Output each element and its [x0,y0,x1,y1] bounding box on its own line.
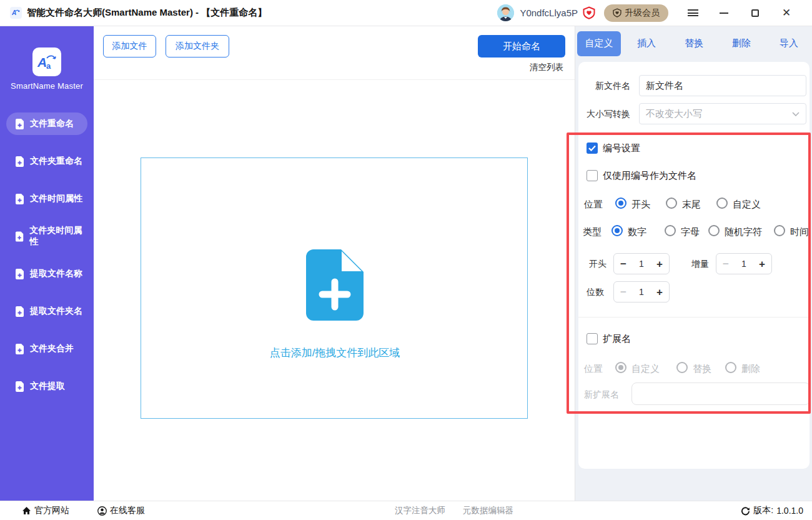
extension-position-label: 位置 [584,363,603,375]
case-convert-value: 不改变大小写 [646,108,702,120]
user-avatar[interactable] [497,4,514,21]
file-plus-icon [15,344,24,354]
extension-label: 扩展名 [603,333,631,345]
decrease-button: − [620,287,626,298]
official-site-link[interactable]: 官方网站 [22,505,69,516]
sidebar-item-extract-foldername[interactable]: 提取文件夹名 [6,300,87,322]
position-custom-radio[interactable] [716,198,728,209]
version-value: 1.0.1.0 [776,506,803,516]
online-support-label: 在线客服 [110,505,145,516]
check-icon [588,145,596,151]
sidebar-item-label: 提取文件夹名 [30,306,82,317]
close-button[interactable]: ✕ [771,0,802,26]
upgrade-vip-label: 升级会员 [625,8,660,19]
svg-text:A: A [12,9,16,16]
start-number-stepper: − 1 + [613,253,670,274]
type-time-radio[interactable] [774,225,785,236]
ext-replace-label: 替换 [693,363,711,375]
version-info: 版本: 1.0.1.0 [741,505,803,516]
add-files-button[interactable]: 添加文件 [103,35,156,58]
window-title: 智能文件命名大师(SmartName Master) - 【文件重命名】 [27,7,267,19]
file-dropzone[interactable]: 点击添加/拖拽文件到此区域 [141,158,528,419]
tab-import[interactable]: 导入 [765,26,812,61]
sidebar-item-file-time[interactable]: 文件时间属性 [6,188,87,210]
file-plus-icon [15,119,24,129]
position-start-radio[interactable] [615,198,626,209]
number-type-label: 类型 [583,226,602,238]
support-person-icon [97,506,107,516]
clear-list-button[interactable]: 清空列表 [530,62,563,73]
start-rename-button[interactable]: 开始命名 [478,35,565,58]
refresh-icon[interactable] [741,506,750,516]
brand-name: SmartName Master [0,81,94,91]
decrease-button[interactable]: − [620,259,626,269]
case-convert-select[interactable]: 不改变大小写 [639,103,806,124]
start-number-label: 开头 [589,259,607,270]
title-bar: A 智能文件命名大师(SmartName Master) - 【文件重命名】 Y… [0,0,812,26]
position-custom-label: 自定义 [733,199,761,211]
footer-bar: 官方网站 在线客服 汉字注音大师 元数据编辑器 版本: 1.0.1.0 [0,501,812,520]
extension-checkbox[interactable] [587,333,598,344]
only-number-checkbox[interactable] [587,170,598,181]
upgrade-vip-button[interactable]: 升级会员 [604,4,668,22]
increase-button[interactable]: + [759,259,765,269]
version-label: 版本: [753,505,773,516]
new-name-input[interactable] [639,75,806,96]
file-plus-icon [15,231,24,242]
panel-tabs: 自定义 插入 替换 删除 导入 [575,26,812,61]
decrease-button: − [723,259,729,269]
ext-replace-radio [676,362,688,373]
numbering-label: 编号设置 [603,142,640,154]
position-end-radio[interactable] [666,198,677,209]
pinyin-master-link[interactable]: 汉字注音大师 [395,505,445,516]
section-divider [578,317,810,318]
online-support-link[interactable]: 在线客服 [97,505,145,516]
sidebar-item-extract-filename[interactable]: 提取文件名称 [6,262,87,285]
sidebar-item-folder-rename[interactable]: 文件夹重命名 [6,150,87,172]
new-extension-input [631,382,810,405]
sidebar-item-label: 文件时间属性 [30,193,82,204]
sidebar-item-file-extract[interactable]: 文件提取 [6,375,87,398]
type-random-label: 随机字符 [725,226,762,238]
start-number-value[interactable]: 1 [639,259,644,269]
increment-value[interactable]: 1 [741,259,746,269]
increment-stepper: − 1 + [716,253,772,274]
menu-button[interactable] [677,0,708,26]
tab-custom[interactable]: 自定义 [575,26,623,61]
sidebar-item-label: 文件夹合并 [30,343,74,354]
position-start-label: 开头 [631,199,650,211]
digits-stepper: − 1 + [613,281,670,302]
file-plus-icon [15,194,24,204]
dropzone-hint: 点击添加/拖拽文件到此区域 [141,346,528,360]
numbering-checkbox[interactable] [587,142,598,154]
home-icon [22,506,31,515]
metadata-editor-link[interactable]: 元数据编辑器 [463,505,513,516]
type-number-label: 数字 [628,226,646,238]
official-site-label: 官方网站 [34,505,69,516]
type-letter-radio[interactable] [665,225,676,236]
increase-button[interactable]: + [656,259,663,269]
type-random-radio[interactable] [708,225,720,236]
minimize-button[interactable] [708,0,740,26]
file-plus-icon [15,269,24,279]
tab-insert[interactable]: 插入 [623,26,670,61]
increase-button[interactable]: + [656,287,663,298]
sidebar-item-folder-merge[interactable]: 文件夹合并 [6,338,87,360]
username: Y0ndfcLlya5P [520,8,578,18]
sidebar-item-file-rename[interactable]: 文件重命名 [6,112,87,135]
type-number-radio[interactable] [611,225,623,236]
digits-label: 位数 [587,287,604,298]
digits-value[interactable]: 1 [639,287,644,297]
tab-replace[interactable]: 替换 [670,26,718,61]
ext-custom-radio [615,362,626,373]
toolbar-divider [94,79,575,80]
increment-label: 增量 [691,259,709,270]
ext-delete-radio [725,362,736,373]
add-folder-button[interactable]: 添加文件夹 [166,35,229,58]
tab-delete[interactable]: 删除 [718,26,765,61]
maximize-button[interactable] [740,0,771,26]
sidebar-item-folder-time[interactable]: 文件夹时间属性 [6,225,87,248]
sidebar-item-label: 文件夹时间属性 [29,225,87,248]
file-plus-icon [15,306,24,317]
sidebar-item-label: 提取文件名称 [30,268,82,279]
